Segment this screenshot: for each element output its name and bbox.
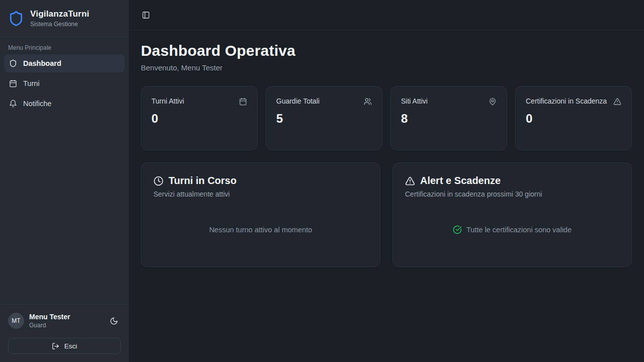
user-row: MT Menu Tester Guard [8,313,121,329]
panels-grid: Turni in Corso Servizi attualmente attiv… [141,162,632,267]
main-nav: Dashboard Turni Notifiche [0,54,129,113]
page-title: Dashboard Operativa [141,42,632,59]
shield-logo-icon [8,11,24,27]
panel-alert-scadenze: Alert e Scadenze Certificazioni in scade… [392,162,632,267]
sidebar-item-label: Turni [23,79,40,87]
page-subtitle: Benvenuto, Menu Tester [141,63,632,72]
stat-label: Siti Attivi [401,97,428,107]
logout-button[interactable]: Esci [8,338,121,354]
panel-left-icon [142,11,150,19]
bell-icon [9,100,17,108]
topbar [129,0,644,30]
user-role: Guard [29,322,102,329]
logout-label: Esci [64,342,77,350]
sidebar-item-dashboard[interactable]: Dashboard [4,54,125,72]
calendar-icon [239,98,247,106]
sidebar-item-label: Notifiche [23,100,51,108]
user-name: Menu Tester [29,313,102,321]
sidebar-spacer [0,113,129,304]
stats-grid: Turni Attivi 0 Guardie Totali 5 [141,86,632,150]
avatar: MT [8,313,24,329]
sidebar-item-label: Dashboard [23,59,61,67]
nav-section-label: Menu Principale [0,37,129,54]
app-subtitle: Sistema Gestione [30,21,89,28]
panel-subtitle: Servizi attualmente attivi [153,190,368,198]
panel-turni-in-corso: Turni in Corso Servizi attualmente attiv… [141,162,380,267]
log-out-icon [52,342,59,350]
main-area: Dashboard Operativa Benvenuto, Menu Test… [129,0,644,362]
empty-state-text: Nessun turno attivo al momento [209,226,312,234]
users-icon [364,98,372,106]
sidebar: VigilanzaTurni Sistema Gestione Menu Pri… [0,0,129,362]
app-brand: VigilanzaTurni Sistema Gestione [0,0,129,37]
stat-value: 0 [151,112,247,126]
stat-value: 5 [276,112,372,126]
stat-card-turni-attivi: Turni Attivi 0 [141,86,258,150]
alert-triangle-icon [613,98,621,106]
stat-value: 0 [526,112,621,126]
app-title: VigilanzaTurni [30,9,89,19]
stat-card-siti-attivi: Siti Attivi 8 [390,86,507,150]
check-circle-icon [453,225,462,234]
content: Dashboard Operativa Benvenuto, Menu Test… [129,30,644,279]
moon-icon [110,317,118,325]
calendar-icon [9,79,17,87]
stat-value: 8 [401,112,497,126]
panel-title: Alert e Scadenze [420,175,501,187]
clock-icon [153,176,164,186]
alert-triangle-icon [405,176,415,186]
shield-icon [9,59,17,67]
theme-toggle-button[interactable] [107,314,121,328]
panel-title: Turni in Corso [169,175,236,187]
stat-card-guardie-totali: Guardie Totali 5 [266,86,382,150]
stat-label: Guardie Totali [276,97,319,107]
map-pin-icon [489,98,497,106]
sidebar-item-turni[interactable]: Turni [4,74,125,93]
stat-label: Turni Attivi [151,97,184,107]
stat-card-certificazioni: Certificazioni in Scadenza 0 [515,86,632,150]
sidebar-toggle-button[interactable] [140,9,152,21]
stat-label: Certificazioni in Scadenza [526,97,607,107]
sidebar-item-notifiche[interactable]: Notifiche [4,95,125,113]
panel-subtitle: Certificazioni in scadenza prossimi 30 g… [405,190,619,198]
empty-state-text: Tutte le certificazioni sono valide [466,226,572,234]
sidebar-footer: MT Menu Tester Guard Esci [0,304,129,362]
